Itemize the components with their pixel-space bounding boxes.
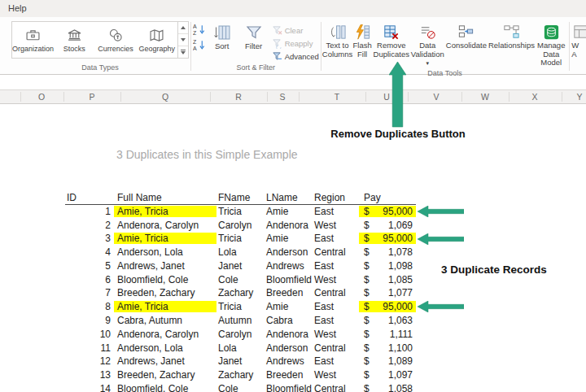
cell-fname[interactable]: Autumn — [216, 315, 265, 326]
cell-region[interactable]: East — [313, 301, 359, 312]
cell-lname[interactable]: Breeden — [265, 287, 313, 298]
cell-fname[interactable]: Carolyn — [216, 329, 265, 340]
cell-pay[interactable]: $1,069 — [359, 220, 416, 231]
column-letter[interactable]: W — [478, 92, 492, 102]
cell-region[interactable]: Central — [313, 342, 359, 354]
cell-pay[interactable]: $1,058 — [359, 383, 416, 392]
cell-pay[interactable]: $95,000 — [359, 233, 416, 244]
column-letter[interactable]: Y — [572, 92, 586, 102]
header-full-name[interactable]: Full Name — [114, 192, 216, 203]
cell-lname[interactable]: Cabra — [265, 315, 313, 326]
column-header-row[interactable]: OPQRSTUVWXY — [0, 90, 586, 104]
cell-lname[interactable]: Anderson — [265, 342, 313, 354]
cell-pay[interactable]: $1,063 — [359, 315, 416, 326]
cell-region[interactable]: Central — [313, 287, 359, 298]
cell-region[interactable]: West — [313, 220, 359, 231]
sort-za-button[interactable]: Z A — [193, 39, 205, 51]
cell-fname[interactable]: Tricia — [216, 301, 265, 312]
cell-fname[interactable]: Carolyn — [216, 220, 265, 231]
cell-full-name[interactable]: Amie, Tricia — [114, 301, 216, 312]
cell-region[interactable]: Central — [313, 246, 359, 258]
cell-id[interactable]: 1 — [65, 206, 114, 217]
cell-fname[interactable]: Tricia — [216, 233, 265, 244]
cell-full-name[interactable]: Bloomfield, Cole — [114, 274, 216, 285]
cell-fname[interactable]: Zachary — [216, 369, 265, 381]
column-letter[interactable]: T — [330, 92, 344, 102]
cell-full-name[interactable]: Breeden, Zachary — [114, 287, 216, 298]
cell-full-name[interactable]: Amie, Tricia — [114, 206, 216, 217]
cell-fname[interactable]: Lola — [216, 342, 265, 354]
cell-id[interactable]: 3 — [65, 233, 114, 244]
cell-id[interactable]: 12 — [65, 355, 114, 367]
cell-fname[interactable]: Cole — [216, 274, 265, 285]
cell-lname[interactable]: Amie — [265, 233, 313, 244]
sort-button[interactable]: Sort — [208, 21, 236, 51]
advanced-filter-button[interactable]: Advanced — [272, 50, 319, 62]
cell-pay[interactable]: $1,098 — [359, 260, 416, 272]
cell-full-name[interactable]: Anderson, Lola — [114, 246, 216, 258]
cell-id[interactable]: 2 — [65, 220, 114, 231]
tab-help[interactable]: Help — [8, 3, 27, 13]
column-letter[interactable]: X — [527, 92, 542, 102]
column-letter[interactable]: Q — [158, 92, 173, 102]
sort-az-button[interactable]: A Z — [193, 24, 205, 36]
cell-id[interactable]: 14 — [65, 383, 114, 392]
cell-region[interactable]: East — [313, 233, 359, 244]
column-letter[interactable]: V — [429, 92, 444, 102]
cell-pay[interactable]: $95,000 — [359, 301, 416, 312]
cell-pay[interactable]: $1,078 — [359, 246, 416, 258]
cell-region[interactable]: West — [313, 329, 359, 340]
gallery-more-icon[interactable] — [178, 46, 188, 58]
cell-pay[interactable]: $1,100 — [359, 342, 416, 354]
cell-fname[interactable]: Cole — [216, 383, 265, 392]
header-fname[interactable]: FName — [216, 192, 265, 203]
cell-lname[interactable]: Andrews — [265, 260, 313, 272]
cell-full-name[interactable]: Anderson, Lola — [114, 342, 216, 354]
filter-button[interactable]: Filter — [239, 21, 269, 51]
cell-lname[interactable]: Amie — [265, 301, 313, 312]
clear-filter-button[interactable]: Clear — [272, 24, 319, 36]
column-letter[interactable]: P — [85, 92, 99, 102]
cell-lname[interactable]: Breeden — [265, 369, 313, 381]
clipped-button[interactable]: WA — [571, 21, 586, 59]
consolidate-button[interactable]: Consolidate — [445, 21, 488, 50]
cell-pay[interactable]: $1,111 — [359, 329, 416, 340]
manage-data-model-button[interactable]: Manage Data Model — [536, 21, 567, 68]
column-letter[interactable]: S — [275, 92, 290, 102]
cell-full-name[interactable]: Andrews, Janet — [114, 355, 216, 367]
organization-button[interactable]: Organization — [12, 22, 54, 58]
header-region[interactable]: Region — [313, 192, 359, 203]
geography-button[interactable]: Geography — [136, 22, 177, 58]
cell-full-name[interactable]: Andenora, Carolyn — [114, 220, 216, 231]
gallery-up-icon[interactable] — [178, 22, 188, 34]
cell-region[interactable]: East — [313, 260, 359, 272]
cell-lname[interactable]: Andenora — [265, 329, 313, 340]
cell-id[interactable]: 4 — [65, 246, 114, 258]
stocks-button[interactable]: Stocks — [54, 22, 95, 58]
cell-id[interactable]: 10 — [65, 329, 114, 340]
cell-lname[interactable]: Bloomfield — [265, 274, 313, 285]
cell-pay[interactable]: $1,089 — [359, 355, 416, 367]
header-pay[interactable]: Pay — [359, 192, 416, 203]
cell-region[interactable]: East — [313, 315, 359, 326]
cell-id[interactable]: 5 — [65, 260, 114, 272]
cell-id[interactable]: 11 — [65, 342, 114, 354]
cell-fname[interactable]: Zachary — [216, 287, 265, 298]
cell-pay[interactable]: $1,077 — [359, 287, 416, 298]
cell-lname[interactable]: Andenora — [265, 220, 313, 231]
cell-id[interactable]: 9 — [65, 315, 114, 326]
cell-region[interactable]: West — [313, 274, 359, 285]
remove-duplicates-button[interactable]: Remove Duplicates — [373, 21, 410, 59]
reapply-filter-button[interactable]: Reapply — [272, 37, 319, 49]
cell-region[interactable]: East — [313, 355, 359, 367]
cell-full-name[interactable]: Andenora, Carolyn — [114, 329, 216, 340]
cell-lname[interactable]: Amie — [265, 206, 313, 217]
header-id[interactable]: ID — [65, 192, 114, 203]
cell-pay[interactable]: $1,097 — [359, 369, 416, 381]
cell-full-name[interactable]: Breeden, Zachary — [114, 369, 216, 381]
cell-fname[interactable]: Janet — [216, 355, 265, 367]
cell-lname[interactable]: Andrews — [265, 355, 313, 367]
currencies-button[interactable]: Currencies — [95, 22, 137, 58]
header-lname[interactable]: LName — [265, 192, 313, 203]
cell-region[interactable]: West — [313, 369, 359, 381]
